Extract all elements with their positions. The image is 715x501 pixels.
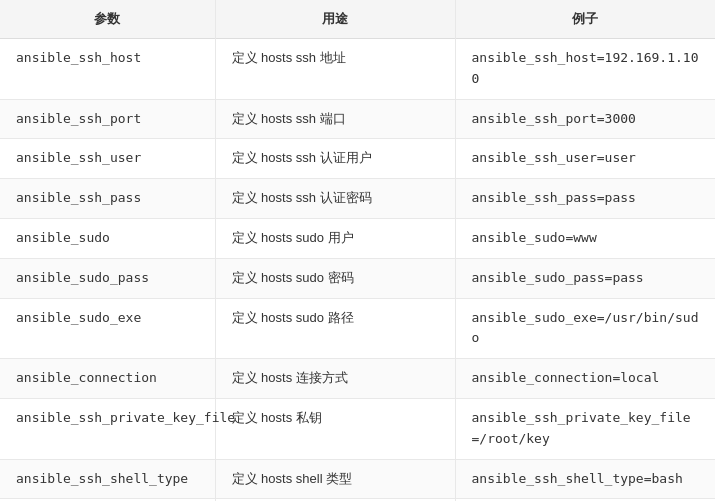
ansible-params-table: 参数 用途 例子 ansible_ssh_host定义 hosts ssh 地址… bbox=[0, 0, 715, 501]
cell-usage: 定义 hosts 连接方式 bbox=[215, 359, 455, 399]
cell-example: ansible_sudo=www bbox=[455, 218, 715, 258]
header-example: 例子 bbox=[455, 0, 715, 39]
table-row: ansible_ssh_user定义 hosts ssh 认证用户ansible… bbox=[0, 139, 715, 179]
table-row: ansible_sudo_exe定义 hosts sudo 路径ansible_… bbox=[0, 298, 715, 359]
table-row: ansible_ssh_port定义 hosts ssh 端口ansible_s… bbox=[0, 99, 715, 139]
table-row: ansible_ssh_pass定义 hosts ssh 认证密码ansible… bbox=[0, 179, 715, 219]
cell-param: ansible_ssh_user bbox=[0, 139, 215, 179]
cell-param: ansible_ssh_pass bbox=[0, 179, 215, 219]
cell-param: ansible_sudo_exe bbox=[0, 298, 215, 359]
header-usage: 用途 bbox=[215, 0, 455, 39]
cell-param: ansible_ssh_port bbox=[0, 99, 215, 139]
cell-example: ansible_connection=local bbox=[455, 359, 715, 399]
cell-param: ansible_ssh_shell_type bbox=[0, 459, 215, 499]
cell-usage: 定义 hosts ssh 认证密码 bbox=[215, 179, 455, 219]
table-row: ansible_sudo_pass定义 hosts sudo 密码ansible… bbox=[0, 258, 715, 298]
table-row: ansible_sudo定义 hosts sudo 用户ansible_sudo… bbox=[0, 218, 715, 258]
cell-param: ansible_ssh_host bbox=[0, 39, 215, 100]
cell-example: ansible_ssh_shell_type=bash bbox=[455, 459, 715, 499]
cell-param: ansible_sudo_pass bbox=[0, 258, 215, 298]
cell-usage: 定义 hosts sudo 路径 bbox=[215, 298, 455, 359]
cell-example: ansible_ssh_port=3000 bbox=[455, 99, 715, 139]
table-row: ansible_connection定义 hosts 连接方式ansible_c… bbox=[0, 359, 715, 399]
cell-usage: 定义 hosts ssh 端口 bbox=[215, 99, 455, 139]
cell-usage: 定义 hosts 私钥 bbox=[215, 398, 455, 459]
cell-param: ansible_connection bbox=[0, 359, 215, 399]
table-row: ansible_ssh_shell_type定义 hosts shell 类型a… bbox=[0, 459, 715, 499]
cell-example: ansible_ssh_private_key_file=/root/key bbox=[455, 398, 715, 459]
cell-param: ansible_ssh_private_key_file bbox=[0, 398, 215, 459]
cell-usage: 定义 hosts ssh 地址 bbox=[215, 39, 455, 100]
cell-usage: 定义 hosts sudo 用户 bbox=[215, 218, 455, 258]
cell-example: ansible_sudo_exe=/usr/bin/sudo bbox=[455, 298, 715, 359]
table-row: ansible_ssh_private_key_file定义 hosts 私钥a… bbox=[0, 398, 715, 459]
table-row: ansible_ssh_host定义 hosts ssh 地址ansible_s… bbox=[0, 39, 715, 100]
cell-example: ansible_ssh_user=user bbox=[455, 139, 715, 179]
cell-param: ansible_sudo bbox=[0, 218, 215, 258]
table-header-row: 参数 用途 例子 bbox=[0, 0, 715, 39]
cell-example: ansible_ssh_pass=pass bbox=[455, 179, 715, 219]
cell-example: ansible_ssh_host=192.169.1.100 bbox=[455, 39, 715, 100]
header-param: 参数 bbox=[0, 0, 215, 39]
cell-usage: 定义 hosts ssh 认证用户 bbox=[215, 139, 455, 179]
cell-example: ansible_sudo_pass=pass bbox=[455, 258, 715, 298]
cell-usage: 定义 hosts shell 类型 bbox=[215, 459, 455, 499]
cell-usage: 定义 hosts sudo 密码 bbox=[215, 258, 455, 298]
